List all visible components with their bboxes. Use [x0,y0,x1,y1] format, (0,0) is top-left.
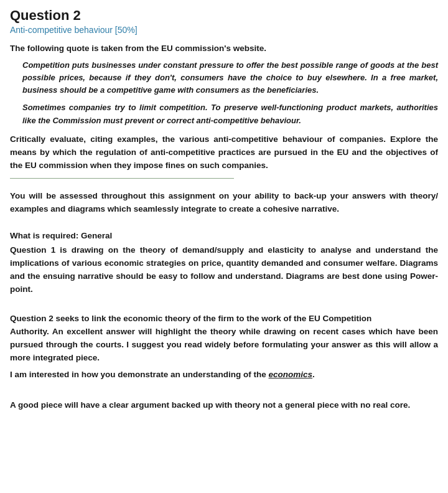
q2-body: Authority. An excellent answer will high… [10,326,438,365]
economics-link: economics [269,370,313,379]
required-heading: What is required: General [10,231,438,240]
q2-heading: Question 2 seeks to link the economic th… [10,314,438,323]
final-note: A good piece will have a clear argument … [10,399,438,412]
q1-body-text: Question 1 is drawing on the theory of d… [10,244,438,296]
economics-prefix: I am interested in how you demonstrate a… [10,370,269,379]
question-title: Question 2 [10,7,438,24]
section-divider [10,178,234,179]
quote-block: Competition puts businesses under consta… [22,59,438,127]
main-question: Critically evaluate, citing examples, th… [10,133,438,172]
q2-section: Question 2 seeks to link the economic th… [10,314,438,382]
assessment-note: You will be assessed throughout this ass… [10,190,438,216]
q2-economics-line: I am interested in how you demonstrate a… [10,369,438,382]
quote-text-2: Sometimes companies try to limit competi… [22,101,438,126]
quote-text-1: Competition puts businesses under consta… [22,59,438,96]
question-subtitle: Anti-competitive behaviour [50%] [10,25,438,35]
economics-suffix: . [312,370,315,379]
page-container: Question 2 Anti-competitive behaviour [5… [0,0,448,493]
section-intro: The following quote is taken from the EU… [10,44,438,53]
